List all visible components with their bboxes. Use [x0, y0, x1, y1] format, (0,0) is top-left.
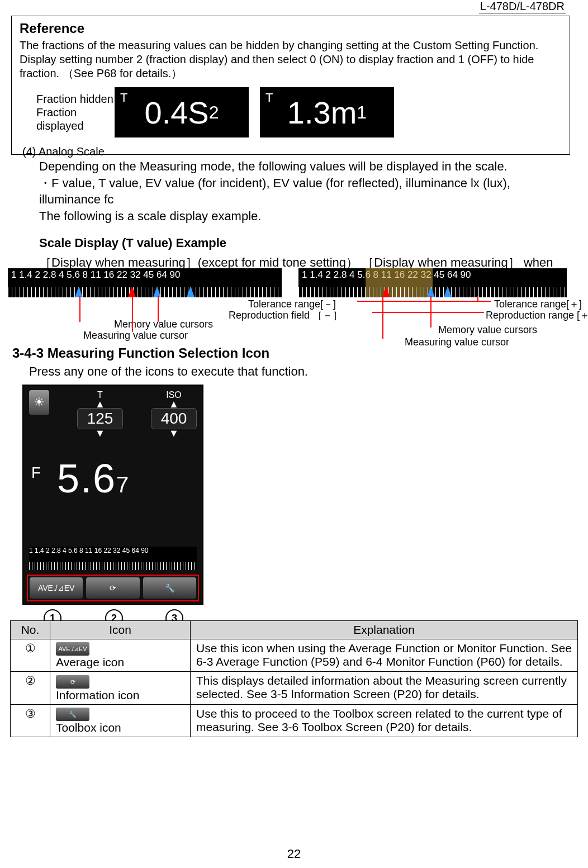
row1-icon-label: Average icon — [56, 656, 124, 668]
leader-line — [372, 312, 484, 313]
t-sup-icon: T — [120, 91, 127, 105]
col-no: No. — [11, 621, 50, 639]
scale-left-numbers: 1 1.4 2 2.8 4 5.6 8 11 16 22 32 45 64 90 — [8, 269, 183, 281]
memory-cursor-icon — [187, 286, 195, 297]
memory-cursor-icon — [153, 286, 161, 297]
leader-line — [79, 296, 80, 322]
fraction-hidden-label: Fraction hidden — [36, 92, 115, 106]
device-scale-ticks — [29, 562, 197, 570]
brightness-icon[interactable]: ☀ — [29, 390, 49, 415]
reference-title: Reference — [20, 21, 562, 36]
scale-title: Scale Display (T value) Example — [39, 235, 566, 252]
info-button[interactable]: ⟳ — [86, 577, 139, 599]
frac1-main: 0.4 — [144, 94, 188, 131]
average-button[interactable]: AVE./⊿EV — [30, 577, 83, 599]
analog-scale-section: (4) Analog Scale Depending on the Measur… — [0, 145, 588, 289]
t-sup-icon: T — [265, 91, 273, 105]
row3-icon-cell: 🔧 Toolbox icon — [50, 704, 191, 737]
fraction-displayed-label: Fraction displayed — [36, 106, 115, 132]
row2-icon-cell: ⟳ Information icon — [50, 672, 191, 704]
scale-left: 1 1.4 2 2.8 4 5.6 8 11 16 22 32 45 64 90 — [8, 268, 282, 297]
scale-right: 1 1.4 2 2.8 4 5.6 8 11 16 22 32 45 64 90 — [298, 268, 567, 297]
frac1-sub: 2 — [209, 102, 219, 123]
header-model: L-478D/L-478DR — [479, 0, 566, 13]
t-value: 125 — [77, 408, 123, 429]
f-label: F — [31, 464, 41, 482]
analog-line2: ・F value, T value, EV value (for inciden… — [39, 175, 566, 208]
memory-cursor-icon — [427, 286, 435, 297]
fraction-displays: T 0.4S2 T 1.3m1 — [115, 87, 394, 137]
fraction-row: Fraction hidden Fraction displayed T 0.4… — [20, 87, 562, 137]
page-number: 22 — [0, 847, 588, 861]
anno-reproduction-plus: Reproduction range [＋] — [486, 309, 588, 322]
row2-icon-label: Information icon — [56, 689, 139, 701]
section-3-4-3: 3-4-3 Measuring Function Selection Icon … — [0, 345, 588, 628]
chevron-up-icon[interactable]: ▲ — [169, 400, 179, 408]
measuring-cursor-icon — [128, 286, 136, 297]
device-screen: ☀ T ▲ 125 ▼ ISO ▲ 400 ▼ F 5.67 1 1.4 2 2… — [22, 385, 203, 605]
leader-line — [477, 296, 478, 302]
anno-reproduction-minus: Reproduction field ［－］ — [229, 309, 343, 322]
leader-line — [430, 296, 431, 328]
frac2-main: 1.3 — [287, 94, 331, 131]
table-row: ① AVE./⊿EV Average icon Use this icon wh… — [11, 639, 578, 672]
row2-explanation: This displays detailed information about… — [191, 672, 578, 704]
icon-explanation-table: No. Icon Explanation ① AVE./⊿EV Average … — [10, 620, 578, 737]
analog-line3: The following is a scale display example… — [39, 208, 566, 225]
leader-line — [158, 296, 159, 322]
row2-no: ② — [11, 672, 50, 704]
memory-cursor-icon — [75, 286, 83, 297]
row1-no: ① — [11, 639, 50, 672]
t-value-box[interactable]: T ▲ 125 ▼ — [77, 390, 123, 438]
toolbox-icon: 🔧 — [56, 708, 89, 721]
anno-memory-cursors-right: Memory value cursors — [438, 324, 537, 336]
section-343-body: Press any one of the icons to execute th… — [29, 364, 576, 379]
f-main: 5.6 — [57, 456, 116, 501]
scales-area: 1 1.4 2 2.8 4 5.6 8 11 16 22 32 45 64 90… — [8, 268, 578, 343]
table-row: ② ⟳ Information icon This displays detai… — [11, 672, 578, 704]
iso-value-box[interactable]: ISO ▲ 400 ▼ — [151, 390, 197, 438]
fraction-display-2: T 1.3m1 — [260, 87, 394, 137]
frac2-sub: 1 — [357, 102, 367, 123]
fraction-labels: Fraction hidden Fraction displayed — [36, 92, 115, 132]
analog-heading: (4) Analog Scale — [22, 145, 566, 158]
leader-line — [357, 301, 491, 302]
measuring-cursor-icon — [382, 286, 390, 297]
chevron-down-icon[interactable]: ▼ — [95, 429, 105, 437]
function-icon-row: AVE./⊿EV ⟳ 🔧 — [27, 575, 199, 601]
device-scale-numbers: 1 1.4 2 2.8 4 5.6 8 11 16 22 32 45 64 90 — [29, 547, 197, 554]
memory-cursor-icon — [444, 286, 452, 297]
row3-explanation: Use this to proceed to the Toolbox scree… — [191, 704, 578, 737]
fraction-display-1: T 0.4S2 — [115, 87, 249, 137]
analog-line1: Depending on the Measuring mode, the fol… — [39, 158, 566, 175]
row3-icon-label: Toolbox icon — [56, 721, 121, 734]
reference-box: Reference The fractions of the measuring… — [11, 16, 570, 155]
table-header-row: No. Icon Explanation — [11, 621, 578, 639]
col-explanation: Explanation — [191, 621, 578, 639]
f-value: 5.67 — [57, 456, 130, 501]
average-icon: AVE./⊿EV — [56, 642, 89, 656]
toolbox-button[interactable]: 🔧 — [143, 577, 196, 599]
device-scale: 1 1.4 2 2.8 4 5.6 8 11 16 22 32 45 64 90 — [29, 547, 197, 570]
chevron-up-icon[interactable]: ▲ — [95, 400, 105, 408]
row1-explanation: Use this icon when using the Average Fun… — [191, 639, 578, 672]
table-row: ③ 🔧 Toolbox icon Use this to proceed to … — [11, 704, 578, 737]
anno-measuring-cursor-left: Measuring value cursor — [83, 330, 188, 341]
chevron-down-icon[interactable]: ▼ — [169, 429, 179, 437]
row3-no: ③ — [11, 704, 50, 737]
leader-line — [382, 296, 383, 339]
section-343-title: 3-4-3 Measuring Function Selection Icon — [12, 345, 576, 361]
frac1-unit: S — [188, 94, 208, 131]
f-sub: 7 — [116, 472, 130, 497]
col-icon: Icon — [50, 621, 191, 639]
info-icon: ⟳ — [56, 675, 89, 689]
scale-left-ticks — [8, 287, 282, 297]
leader-line — [132, 296, 133, 332]
anno-memory-cursors-left: Memory value cursors — [114, 319, 213, 330]
reference-body: The fractions of the measuring values ca… — [20, 39, 562, 80]
row1-icon-cell: AVE./⊿EV Average icon — [50, 639, 191, 672]
frac2-unit: m — [331, 94, 357, 131]
iso-value: 400 — [151, 408, 197, 429]
